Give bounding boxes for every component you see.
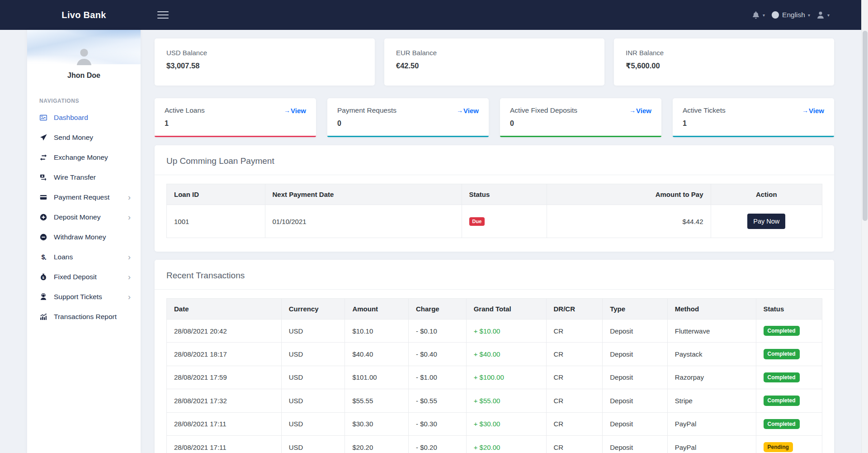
sidebar-item-transactions-report[interactable]: Transactions Report: [27, 307, 141, 327]
chevron-right-icon: ›: [128, 253, 131, 261]
chevron-right-icon: ›: [128, 293, 131, 301]
column-header-status: Status: [756, 299, 822, 319]
column-header-action: Action: [711, 184, 822, 205]
pay-now-button[interactable]: Pay Now: [747, 214, 785, 229]
scrollbar-thumb[interactable]: [863, 31, 868, 221]
date-cell: 28/08/2021 17:59: [167, 366, 282, 389]
sidebar-item-label: Deposit Money: [54, 213, 100, 221]
view-link[interactable]: →View: [629, 107, 651, 114]
globe-icon: [771, 11, 779, 19]
sidebar-item-label: Withdraw Money: [54, 233, 106, 241]
status-badge: Pending: [764, 442, 793, 452]
next-payment-date-cell: 01/10/2021: [265, 205, 462, 238]
method-cell: PayPal: [667, 412, 756, 435]
scrollbar[interactable]: [861, 0, 868, 453]
drcr-cell: CR: [546, 319, 603, 343]
panel-body: Loan IDNext Payment DateStatusAmount to …: [155, 175, 834, 252]
sidebar-nav: DashboardSend MoneyExchange MoneyWire Tr…: [27, 108, 141, 327]
sidebar-item-dashboard[interactable]: Dashboard: [27, 108, 141, 128]
sidebar-item-label: Dashboard: [54, 114, 88, 122]
brand-logo[interactable]: Livo Bank: [27, 10, 141, 20]
sidebar-item-deposit-money[interactable]: Deposit Money›: [27, 207, 141, 227]
type-cell: Deposit: [603, 366, 668, 389]
wire-transfer-icon: [39, 174, 47, 181]
currency-cell: USD: [281, 389, 345, 412]
table-row: 100101/10/2021Due$44.42Pay Now: [167, 205, 822, 238]
status-cell: Due: [462, 205, 547, 238]
stat-label: Payment Requests: [337, 106, 396, 114]
stat-label: Active Loans: [165, 106, 205, 114]
status-cell: Completed: [756, 366, 822, 389]
profile-cover-image: [27, 30, 141, 64]
view-link-label: View: [809, 107, 824, 114]
sidebar-item-exchange-money[interactable]: Exchange Money: [27, 148, 141, 167]
grand-total-cell: + $100.00: [466, 366, 546, 389]
balance-label: USD Balance: [166, 49, 363, 57]
send-icon: [39, 134, 47, 142]
column-header-loan-id: Loan ID: [167, 184, 265, 205]
grand-total-cell: + $40.00: [466, 343, 546, 366]
sidebar-item-send-money[interactable]: Send Money: [27, 128, 141, 148]
transactions-table: DateCurrencyAmountChargeGrand TotalDR/CR…: [166, 298, 822, 453]
table-row: 28/08/2021 17:11USD$20.20- $0.20+ $20.00…: [167, 435, 822, 453]
sidebar-item-label: Wire Transfer: [54, 173, 96, 181]
charge-cell: - $0.10: [409, 319, 467, 343]
sidebar-item-label: Send Money: [54, 134, 93, 142]
exchange-icon: [39, 154, 47, 162]
arrow-right-icon: →: [284, 107, 290, 114]
sidebar-item-payment-request[interactable]: Payment Request›: [27, 187, 141, 207]
drcr-cell: CR: [546, 435, 603, 453]
notifications-dropdown[interactable]: ▾: [752, 11, 765, 19]
arrow-right-icon: →: [457, 107, 463, 114]
sidebar-item-loans[interactable]: $Loans›: [27, 247, 141, 267]
status-badge: Due: [469, 217, 485, 226]
panel-body: DateCurrencyAmountChargeGrand TotalDR/CR…: [155, 290, 834, 453]
balance-value: ₹5,600.00: [626, 62, 822, 70]
panel-title: Up Comming Loan Payment: [166, 156, 822, 166]
topbar-actions: ▾ English ▾ ▾: [752, 11, 830, 19]
minus-circle-icon: [39, 234, 47, 241]
view-link[interactable]: →View: [284, 107, 306, 114]
sidebar-item-wire-transfer[interactable]: Wire Transfer: [27, 167, 141, 187]
view-link[interactable]: →View: [802, 107, 824, 114]
grand-total-cell: + $30.00: [466, 412, 546, 435]
sidebar-item-fixed-deposit[interactable]: $Fixed Deposit›: [27, 267, 141, 287]
balance-value: €42.50: [396, 62, 593, 70]
date-cell: 28/08/2021 20:42: [167, 319, 282, 343]
sidebar-item-support-tickets[interactable]: Support Tickets›: [27, 287, 141, 307]
column-header-grand-total: Grand Total: [466, 299, 546, 319]
view-link-label: View: [291, 107, 306, 114]
status-cell: Completed: [756, 389, 822, 412]
table-row: 28/08/2021 18:17USD$40.40- $0.40+ $40.00…: [167, 343, 822, 366]
status-cell: Completed: [756, 412, 822, 435]
status-badge: Completed: [764, 396, 800, 405]
arrow-right-icon: →: [802, 107, 808, 114]
panel-header: Up Comming Loan Payment: [155, 145, 834, 175]
amount-cell: $30.30: [345, 412, 409, 435]
credit-card-icon: [39, 194, 47, 201]
support-icon: [39, 293, 47, 301]
stat-value: 0: [510, 119, 651, 128]
status-badge: Completed: [764, 419, 800, 429]
view-link[interactable]: →View: [457, 107, 479, 114]
type-cell: Deposit: [603, 435, 668, 453]
hamburger-menu-icon[interactable]: [157, 9, 169, 21]
balance-label: EUR Balance: [396, 49, 593, 57]
table-header-row: Loan IDNext Payment DateStatusAmount to …: [167, 184, 822, 205]
currency-cell: USD: [281, 412, 345, 435]
type-cell: Deposit: [603, 412, 668, 435]
arrow-right-icon: →: [629, 107, 636, 114]
sidebar-item-withdraw-money[interactable]: Withdraw Money: [27, 227, 141, 247]
panel-title: Recent Transactions: [166, 271, 822, 281]
type-cell: Deposit: [603, 319, 668, 343]
sidebar: Jhon Doe NAVIGATIONS DashboardSend Money…: [27, 30, 141, 453]
language-dropdown[interactable]: English ▾: [771, 11, 810, 19]
grand-total-cell: + $10.00: [466, 319, 546, 343]
bell-icon: [752, 11, 760, 19]
drcr-cell: CR: [546, 343, 603, 366]
profile-dropdown[interactable]: ▾: [816, 11, 830, 19]
balance-card-eur-balance: EUR Balance€42.50: [384, 38, 604, 86]
column-header-charge: Charge: [409, 299, 467, 319]
money-bag-icon: $: [39, 273, 47, 281]
amount-cell: $40.40: [345, 343, 409, 366]
